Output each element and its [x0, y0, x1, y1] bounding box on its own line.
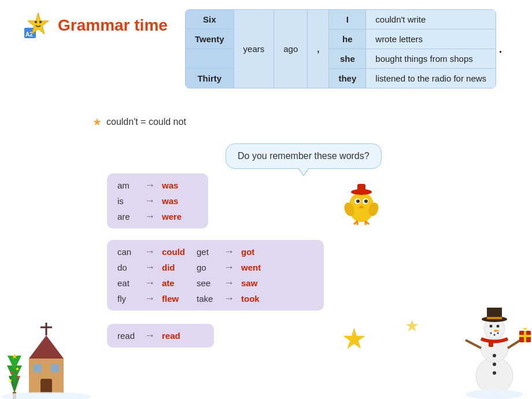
pronoun-cell: she — [329, 49, 366, 69]
svg-rect-58 — [524, 331, 526, 342]
word-pair-are-were: are → were — [117, 210, 198, 223]
page-title: Grammar time — [58, 16, 168, 35]
past-word: could — [162, 247, 185, 257]
pronoun-cell: he — [329, 29, 366, 49]
svg-marker-59 — [522, 327, 525, 330]
grammar-table-section: Six years ago , I couldn't write Twenty … — [185, 9, 520, 91]
svg-rect-25 — [34, 364, 42, 372]
arrow-icon: → — [145, 246, 155, 258]
word-pair-read-read: read → read — [117, 330, 204, 342]
phrase-cell: listened to the radio for news — [366, 69, 496, 88]
arrow-icon: → — [224, 261, 234, 274]
phrase-cell: wrote letters — [366, 29, 496, 49]
mascot-character — [341, 179, 382, 226]
comma-cell: , — [308, 10, 329, 88]
table-row: she bought things from shops — [186, 49, 496, 69]
past-word: took — [241, 294, 264, 304]
svg-rect-50 — [489, 340, 493, 347]
present-word: do — [117, 263, 138, 272]
word-pair-is-was: is → was — [117, 195, 198, 207]
svg-text:A2: A2 — [25, 31, 33, 38]
arrow-icon: → — [224, 246, 234, 258]
word-pair-take-took: take → took — [197, 293, 264, 305]
table-row: Thirty they listened to the radio for ne… — [186, 69, 496, 88]
note-text: couldn't = could not — [106, 117, 186, 127]
svg-marker-22 — [29, 335, 64, 359]
past-word: got — [241, 247, 264, 257]
past-word: did — [162, 263, 185, 272]
svg-line-54 — [466, 340, 481, 348]
present-word: get — [197, 247, 217, 257]
arrow-icon: → — [145, 261, 155, 274]
svg-point-34 — [16, 368, 19, 370]
years-cell: years — [234, 10, 274, 88]
present-word: fly — [117, 294, 138, 304]
table-container: Six years ago , I couldn't write Twenty … — [185, 9, 496, 88]
present-word: are — [117, 212, 138, 221]
svg-rect-8 — [353, 191, 370, 193]
svg-point-48 — [494, 334, 496, 336]
past-word: saw — [241, 278, 264, 288]
snowman-decoration — [457, 306, 532, 399]
word-pair-see-saw: see → saw — [197, 277, 264, 289]
word-box-read: read → read — [107, 324, 214, 348]
past-word: was — [162, 196, 185, 206]
arrow-icon: → — [145, 293, 155, 305]
svg-point-44 — [490, 325, 493, 328]
arrow-icon: → — [224, 277, 234, 289]
svg-rect-43 — [487, 317, 502, 319]
table-row: Six years ago , I couldn't write — [186, 10, 496, 29]
word-pair-eat-ate: eat → ate — [117, 277, 185, 289]
pronoun-cell: they — [329, 69, 366, 88]
past-word: flew — [162, 294, 185, 304]
svg-marker-60 — [525, 327, 528, 330]
number-cell — [186, 49, 234, 69]
arrow-icon: → — [145, 195, 155, 207]
ago-cell: ago — [274, 10, 308, 88]
present-word: read — [117, 331, 138, 341]
present-word: eat — [117, 278, 138, 288]
couldnt-note: ★ couldn't = could not — [93, 116, 186, 128]
phrase-cell: bought things from shops — [366, 49, 496, 69]
svg-point-45 — [497, 325, 500, 328]
verb-group-right: get → got go → went see → saw take → too… — [197, 246, 264, 305]
verb-group-left: can → could do → did eat → ate fly → fle… — [117, 246, 185, 305]
number-cell: Twenty — [186, 29, 234, 49]
word-box-irregular-verbs: can → could do → did eat → ate fly → fle… — [107, 240, 324, 311]
word-box-be-verbs: am → was is → was are → were — [107, 173, 208, 228]
arrow-icon: → — [224, 293, 234, 305]
pronoun-cell: I — [329, 10, 366, 29]
phrase-cell: couldn't write — [366, 10, 496, 29]
star-decoration-small: ★ — [405, 316, 419, 335]
svg-point-35 — [9, 379, 12, 382]
word-pair-fly-flew: fly → flew — [117, 293, 185, 305]
svg-point-36 — [17, 376, 20, 378]
present-word: am — [117, 180, 138, 190]
svg-point-12 — [364, 200, 368, 203]
word-pair-do-did: do → did — [117, 261, 185, 274]
past-word: was — [162, 180, 185, 190]
present-word: go — [197, 263, 217, 272]
word-pair-am-was: am → was — [117, 179, 198, 191]
svg-point-4 — [39, 21, 42, 23]
svg-point-53 — [493, 371, 496, 375]
svg-point-3 — [35, 21, 37, 23]
arrow-icon: → — [145, 179, 155, 191]
svg-point-11 — [356, 200, 360, 203]
speech-bubble: Do you remember these words? — [226, 143, 382, 169]
past-word: went — [241, 263, 264, 272]
svg-point-47 — [490, 332, 492, 334]
past-word: were — [162, 212, 185, 221]
speech-bubble-text: Do you remember these words? — [238, 151, 370, 161]
past-word: read — [162, 331, 185, 341]
arrow-icon: → — [145, 210, 155, 223]
svg-rect-26 — [51, 364, 59, 372]
word-pair-go-went: go → went — [197, 261, 264, 274]
table-row: Twenty he wrote letters — [186, 29, 496, 49]
present-word: is — [117, 196, 138, 206]
christmas-house-decoration — [0, 318, 93, 399]
svg-point-49 — [497, 332, 499, 334]
svg-point-61 — [466, 390, 523, 399]
svg-point-51 — [493, 354, 496, 357]
period-mark: . — [499, 43, 502, 55]
